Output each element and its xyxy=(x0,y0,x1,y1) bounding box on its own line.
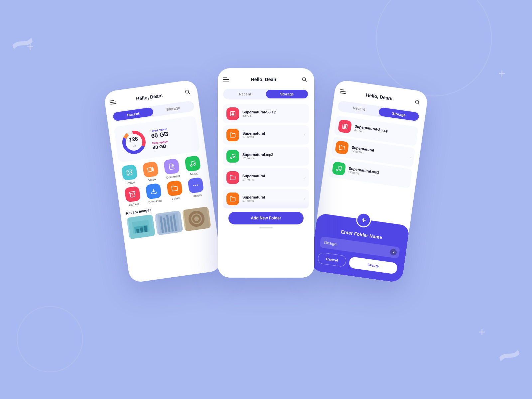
right-file-info-3: Supernatural.mp3 17 Items xyxy=(348,166,408,182)
center-file-list: Supernatural-S6.zip 3.8 GB Supernatural … xyxy=(223,104,309,208)
svg-rect-34 xyxy=(184,206,209,231)
deco-plus-3: + xyxy=(498,66,505,80)
category-video[interactable]: Video xyxy=(140,161,162,183)
deco-squiggle-2: ~ xyxy=(491,331,529,382)
svg-line-11 xyxy=(171,168,173,168)
svg-point-44 xyxy=(233,157,235,158)
archive-icon xyxy=(124,186,141,202)
deco-squiggle-1: ~ xyxy=(3,17,41,68)
left-phone-title: Hello, Dean! xyxy=(136,93,163,102)
document-label: Document xyxy=(166,174,180,180)
category-archive[interactable]: Archive xyxy=(122,186,144,207)
svg-line-46 xyxy=(418,103,419,104)
add-folder-button[interactable]: Add New Folder xyxy=(228,212,304,224)
svg-rect-14 xyxy=(129,192,135,194)
category-music[interactable]: Music xyxy=(183,155,204,177)
svg-point-12 xyxy=(190,165,192,167)
svg-line-54 xyxy=(362,220,366,220)
svg-rect-8 xyxy=(148,168,152,172)
svg-point-18 xyxy=(195,185,197,186)
file-size-3: 17 Items xyxy=(242,157,306,160)
donut-center: 128 GB xyxy=(129,136,139,148)
svg-rect-42 xyxy=(232,114,234,115)
download-label: Download xyxy=(148,199,162,204)
recent-images-section: Recent images xyxy=(126,200,211,239)
deco-plus-2: + xyxy=(478,325,485,339)
right-file-arrow-2: › xyxy=(409,155,411,159)
modal-cancel-button[interactable]: Cancel xyxy=(317,252,347,267)
center-tab-switcher: Recent Storage xyxy=(223,89,309,99)
center-file-item-3[interactable]: Supernatural.mp3 17 Items xyxy=(223,147,309,166)
category-folder[interactable]: Folder xyxy=(165,180,186,201)
file-icon-folder xyxy=(226,129,239,141)
right-tab-recent[interactable]: Recent xyxy=(338,101,379,116)
storage-section: 128 GB Used space 60 GB Free space 40 GB xyxy=(114,116,200,163)
center-file-item-4[interactable]: Supernatural 17 Items › xyxy=(223,168,309,187)
file-info-5: Supernatural 17 Items xyxy=(242,195,301,202)
image-thumb-1[interactable] xyxy=(126,214,155,239)
video-icon xyxy=(142,161,159,178)
left-phone: Hello, Dean! Recent Storage xyxy=(103,79,222,283)
right-tab-storage[interactable]: Storage xyxy=(378,107,419,121)
center-file-item-1[interactable]: Supernatural-S6.zip 3.8 GB xyxy=(223,104,309,123)
file-size-4: 17 Items xyxy=(242,178,301,181)
category-document[interactable]: Document xyxy=(161,158,183,180)
svg-line-10 xyxy=(171,167,173,167)
others-icon xyxy=(188,177,204,194)
right-file-icon-folder xyxy=(335,140,349,155)
file-name-2: Supernatural xyxy=(242,131,301,135)
center-file-item-5[interactable]: Supernatural 17 Items › xyxy=(223,189,309,208)
download-icon xyxy=(145,183,162,200)
left-search-button[interactable] xyxy=(182,86,193,97)
folder-label: Folder xyxy=(172,196,181,200)
file-size-2: 17 Items xyxy=(242,135,301,139)
modal-plus-button[interactable] xyxy=(355,212,372,228)
file-name-3: Supernatural.mp3 xyxy=(242,153,306,157)
file-info-2: Supernatural 17 Items xyxy=(242,131,301,139)
svg-line-38 xyxy=(305,80,307,82)
right-file-icon-music xyxy=(332,162,346,176)
center-search-button[interactable] xyxy=(300,75,309,84)
category-others[interactable]: Others xyxy=(186,177,207,199)
image-thumb-2[interactable] xyxy=(154,210,183,235)
file-icon-music xyxy=(226,150,239,163)
left-tab-storage[interactable]: Storage xyxy=(153,101,194,116)
right-phone-title: Hello, Dean! xyxy=(366,92,393,101)
category-image[interactable]: Image xyxy=(119,164,141,186)
svg-point-37 xyxy=(303,78,306,81)
center-tab-storage[interactable]: Storage xyxy=(266,90,308,98)
right-file-list: Supernatural-S6.zip 3.8 GB Supernatural … xyxy=(328,116,418,189)
file-arrow-2: › xyxy=(304,133,306,137)
category-download[interactable]: Download xyxy=(143,183,165,204)
modal-create-button[interactable]: Create xyxy=(348,256,398,274)
file-arrow-5: › xyxy=(304,197,306,201)
archive-label: Archive xyxy=(129,202,139,207)
left-tab-recent[interactable]: Recent xyxy=(113,107,154,121)
image-thumb-3[interactable] xyxy=(182,206,211,231)
svg-line-48 xyxy=(344,124,345,126)
right-menu-icon[interactable] xyxy=(340,89,346,94)
svg-rect-23 xyxy=(136,229,140,233)
file-name-5: Supernatural xyxy=(242,195,301,199)
scroll-indicator xyxy=(259,227,273,228)
center-phone-header: Hello, Dean! xyxy=(223,75,309,84)
center-menu-icon[interactable] xyxy=(223,77,229,81)
right-search-button[interactable] xyxy=(412,97,423,107)
bg-deco-arc-bottom xyxy=(17,306,83,372)
right-file-info-1: Supernatural-S6.zip 3.8 GB xyxy=(354,124,414,140)
donut-number: 128 xyxy=(129,136,138,143)
file-arrow-4: › xyxy=(304,175,306,180)
donut-chart: 128 GB xyxy=(119,127,149,157)
svg-line-1 xyxy=(189,92,190,94)
image-icon xyxy=(121,164,138,181)
right-file-info-2: Supernatural 17 Items xyxy=(351,145,406,160)
center-file-item-2[interactable]: Supernatural 17 Items › xyxy=(223,125,309,145)
svg-point-0 xyxy=(185,90,189,93)
left-menu-icon[interactable] xyxy=(110,100,116,104)
center-tab-recent[interactable]: Recent xyxy=(224,90,266,98)
svg-point-51 xyxy=(336,169,338,171)
svg-point-43 xyxy=(230,157,232,159)
file-icon-folder2 xyxy=(226,171,239,184)
svg-point-52 xyxy=(339,169,341,171)
svg-point-17 xyxy=(193,185,195,186)
